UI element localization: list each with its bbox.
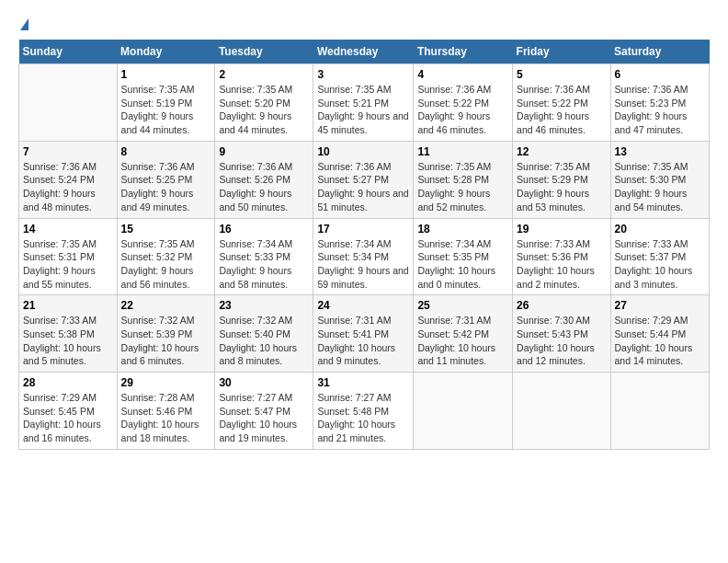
week-row-1: 1 Sunrise: 7:35 AMSunset: 5:19 PMDayligh… <box>19 64 710 142</box>
day-cell: 8 Sunrise: 7:36 AMSunset: 5:25 PMDayligh… <box>117 141 215 218</box>
week-row-2: 7 Sunrise: 7:36 AMSunset: 5:24 PMDayligh… <box>19 141 710 218</box>
day-info: Sunrise: 7:35 AMSunset: 5:28 PMDaylight:… <box>417 160 508 214</box>
day-info: Sunrise: 7:30 AMSunset: 5:43 PMDaylight:… <box>517 314 606 368</box>
calendar-table: SundayMondayTuesdayWednesdayThursdayFrid… <box>18 40 710 450</box>
day-cell: 6 Sunrise: 7:36 AMSunset: 5:23 PMDayligh… <box>610 64 709 142</box>
day-number: 13 <box>615 145 705 158</box>
header-day-monday: Monday <box>117 40 215 64</box>
day-number: 17 <box>317 223 409 236</box>
day-cell: 13 Sunrise: 7:35 AMSunset: 5:30 PMDaylig… <box>610 141 709 218</box>
day-info: Sunrise: 7:32 AMSunset: 5:40 PMDaylight:… <box>219 314 309 368</box>
day-cell: 18 Sunrise: 7:34 AMSunset: 5:35 PMDaylig… <box>414 218 513 295</box>
day-cell: 21 Sunrise: 7:33 AMSunset: 5:38 PMDaylig… <box>19 295 118 373</box>
day-cell: 7 Sunrise: 7:36 AMSunset: 5:24 PMDayligh… <box>19 141 118 218</box>
day-number: 31 <box>317 376 409 389</box>
day-cell: 30 Sunrise: 7:27 AMSunset: 5:47 PMDaylig… <box>215 373 313 450</box>
header-day-wednesday: Wednesday <box>313 40 414 64</box>
day-info: Sunrise: 7:27 AMSunset: 5:47 PMDaylight:… <box>219 391 309 445</box>
day-number: 22 <box>121 299 211 312</box>
day-cell: 12 Sunrise: 7:35 AMSunset: 5:29 PMDaylig… <box>513 141 610 218</box>
day-info: Sunrise: 7:31 AMSunset: 5:42 PMDaylight:… <box>417 314 508 368</box>
day-info: Sunrise: 7:32 AMSunset: 5:39 PMDaylight:… <box>121 314 211 368</box>
day-cell: 1 Sunrise: 7:35 AMSunset: 5:19 PMDayligh… <box>117 64 215 142</box>
day-cell: 27 Sunrise: 7:29 AMSunset: 5:44 PMDaylig… <box>610 295 709 373</box>
header <box>18 18 710 30</box>
header-day-sunday: Sunday <box>19 40 118 64</box>
day-number: 6 <box>615 68 705 81</box>
day-number: 21 <box>23 299 113 312</box>
day-number: 30 <box>219 376 309 389</box>
day-info: Sunrise: 7:34 AMSunset: 5:35 PMDaylight:… <box>417 237 508 292</box>
day-cell: 23 Sunrise: 7:32 AMSunset: 5:40 PMDaylig… <box>215 295 313 373</box>
day-info: Sunrise: 7:36 AMSunset: 5:26 PMDaylight:… <box>219 160 309 214</box>
day-info: Sunrise: 7:31 AMSunset: 5:41 PMDaylight:… <box>317 314 409 368</box>
day-cell: 10 Sunrise: 7:36 AMSunset: 5:27 PMDaylig… <box>313 141 414 218</box>
day-cell <box>414 373 513 450</box>
day-info: Sunrise: 7:29 AMSunset: 5:45 PMDaylight:… <box>23 391 113 445</box>
day-cell: 26 Sunrise: 7:30 AMSunset: 5:43 PMDaylig… <box>513 295 610 373</box>
day-info: Sunrise: 7:27 AMSunset: 5:48 PMDaylight:… <box>317 391 409 445</box>
day-cell <box>513 373 610 450</box>
header-day-friday: Friday <box>513 40 610 64</box>
day-cell <box>610 373 709 450</box>
day-info: Sunrise: 7:34 AMSunset: 5:33 PMDaylight:… <box>219 237 309 292</box>
day-number: 23 <box>219 299 309 312</box>
day-info: Sunrise: 7:36 AMSunset: 5:24 PMDaylight:… <box>23 160 113 214</box>
day-cell: 4 Sunrise: 7:36 AMSunset: 5:22 PMDayligh… <box>414 64 513 142</box>
day-info: Sunrise: 7:35 AMSunset: 5:32 PMDaylight:… <box>121 237 211 292</box>
day-number: 3 <box>317 68 409 81</box>
day-cell: 9 Sunrise: 7:36 AMSunset: 5:26 PMDayligh… <box>215 141 313 218</box>
calendar-header: SundayMondayTuesdayWednesdayThursdayFrid… <box>19 40 710 64</box>
day-number: 5 <box>517 68 606 81</box>
calendar-body: 1 Sunrise: 7:35 AMSunset: 5:19 PMDayligh… <box>19 64 710 450</box>
day-info: Sunrise: 7:35 AMSunset: 5:21 PMDaylight:… <box>317 83 409 137</box>
day-cell: 29 Sunrise: 7:28 AMSunset: 5:46 PMDaylig… <box>117 373 215 450</box>
day-number: 1 <box>121 68 211 81</box>
day-info: Sunrise: 7:33 AMSunset: 5:37 PMDaylight:… <box>615 237 705 292</box>
logo <box>18 18 28 30</box>
header-row: SundayMondayTuesdayWednesdayThursdayFrid… <box>19 40 710 64</box>
day-cell: 17 Sunrise: 7:34 AMSunset: 5:34 PMDaylig… <box>313 218 414 295</box>
header-day-tuesday: Tuesday <box>215 40 313 64</box>
day-cell: 31 Sunrise: 7:27 AMSunset: 5:48 PMDaylig… <box>313 373 414 450</box>
day-cell: 19 Sunrise: 7:33 AMSunset: 5:36 PMDaylig… <box>513 218 610 295</box>
header-day-saturday: Saturday <box>610 40 709 64</box>
day-info: Sunrise: 7:36 AMSunset: 5:22 PMDaylight:… <box>517 83 606 137</box>
day-number: 25 <box>417 299 508 312</box>
day-number: 9 <box>219 145 309 158</box>
day-number: 19 <box>517 223 606 236</box>
day-info: Sunrise: 7:35 AMSunset: 5:29 PMDaylight:… <box>517 160 606 214</box>
day-number: 14 <box>23 223 113 236</box>
day-cell: 16 Sunrise: 7:34 AMSunset: 5:33 PMDaylig… <box>215 218 313 295</box>
day-info: Sunrise: 7:28 AMSunset: 5:46 PMDaylight:… <box>121 391 211 445</box>
day-number: 10 <box>317 145 409 158</box>
day-number: 28 <box>23 376 113 389</box>
day-info: Sunrise: 7:36 AMSunset: 5:22 PMDaylight:… <box>417 83 508 137</box>
day-info: Sunrise: 7:35 AMSunset: 5:31 PMDaylight:… <box>23 237 113 292</box>
week-row-4: 21 Sunrise: 7:33 AMSunset: 5:38 PMDaylig… <box>19 295 710 373</box>
day-number: 11 <box>417 145 508 158</box>
day-number: 27 <box>615 299 705 312</box>
day-number: 12 <box>517 145 606 158</box>
day-cell: 11 Sunrise: 7:35 AMSunset: 5:28 PMDaylig… <box>414 141 513 218</box>
day-info: Sunrise: 7:33 AMSunset: 5:38 PMDaylight:… <box>23 314 113 368</box>
day-cell <box>19 64 118 142</box>
day-number: 20 <box>615 223 705 236</box>
day-cell: 15 Sunrise: 7:35 AMSunset: 5:32 PMDaylig… <box>117 218 215 295</box>
day-number: 7 <box>23 145 113 158</box>
day-cell: 3 Sunrise: 7:35 AMSunset: 5:21 PMDayligh… <box>313 64 414 142</box>
day-cell: 22 Sunrise: 7:32 AMSunset: 5:39 PMDaylig… <box>117 295 215 373</box>
day-number: 4 <box>417 68 508 81</box>
header-day-thursday: Thursday <box>414 40 513 64</box>
day-cell: 24 Sunrise: 7:31 AMSunset: 5:41 PMDaylig… <box>313 295 414 373</box>
day-number: 26 <box>517 299 606 312</box>
day-cell: 20 Sunrise: 7:33 AMSunset: 5:37 PMDaylig… <box>610 218 709 295</box>
day-number: 2 <box>219 68 309 81</box>
week-row-5: 28 Sunrise: 7:29 AMSunset: 5:45 PMDaylig… <box>19 373 710 450</box>
day-number: 15 <box>121 223 211 236</box>
day-info: Sunrise: 7:36 AMSunset: 5:23 PMDaylight:… <box>615 83 705 137</box>
week-row-3: 14 Sunrise: 7:35 AMSunset: 5:31 PMDaylig… <box>19 218 710 295</box>
day-number: 18 <box>417 223 508 236</box>
day-cell: 14 Sunrise: 7:35 AMSunset: 5:31 PMDaylig… <box>19 218 118 295</box>
day-cell: 5 Sunrise: 7:36 AMSunset: 5:22 PMDayligh… <box>513 64 610 142</box>
